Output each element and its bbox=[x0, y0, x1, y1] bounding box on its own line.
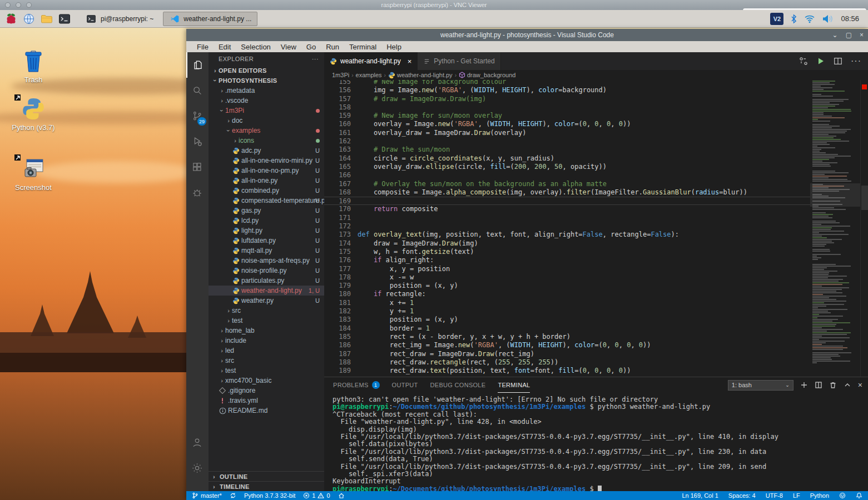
status-sync[interactable] bbox=[230, 492, 236, 499]
settings-icon[interactable] bbox=[186, 456, 209, 481]
code-line[interactable]: 183 position = (x, y) bbox=[324, 316, 810, 324]
desktop-icon-python[interactable]: Python (v3.7) bbox=[7, 96, 60, 132]
code-line[interactable]: 158 bbox=[324, 103, 810, 112]
bluetooth-icon[interactable] bbox=[790, 14, 797, 24]
code-line[interactable]: 182 y += 1 bbox=[324, 307, 810, 316]
code-line[interactable]: 184 border = 1 bbox=[324, 324, 810, 333]
trash-icon[interactable] bbox=[829, 381, 837, 389]
panel-tab-problems[interactable]: PROBLEMS1 bbox=[333, 377, 380, 393]
explorer-more-actions[interactable]: ··· bbox=[312, 56, 319, 62]
code-line[interactable]: 188 rect_draw.rectangle(rect, (255, 255,… bbox=[324, 358, 810, 367]
status-home[interactable] bbox=[338, 492, 345, 499]
code-line[interactable]: 181 x += 1 bbox=[324, 299, 810, 307]
tree-item-weather-and-light.py[interactable]: weather-and-light.py1, U bbox=[209, 286, 324, 296]
code-line[interactable]: 176 if align_right: bbox=[324, 256, 810, 264]
search-icon[interactable] bbox=[186, 78, 209, 103]
code-line[interactable]: 156 img = Image.new('RGBA', (WIDTH, HEIG… bbox=[324, 86, 810, 94]
status-python-interpreter[interactable]: Python 3.7.3 32-bit bbox=[244, 492, 295, 499]
terminal-output[interactable]: python3: can't open file 'weather-and-li… bbox=[324, 393, 868, 493]
code-line[interactable]: 160 overlay = Image.new('RGBA', (WIDTH, … bbox=[324, 120, 810, 128]
breadcrumb-item[interactable]: 1m3Pi bbox=[332, 72, 349, 78]
code-line[interactable]: 189 rect_draw.text(position, text, font=… bbox=[324, 367, 810, 375]
tree-item-led[interactable]: ›led bbox=[209, 346, 324, 356]
status-cursor-position[interactable]: Ln 169, Col 1 bbox=[682, 492, 718, 499]
tree-item-all-in-one.py[interactable]: all-in-one.pyU bbox=[209, 176, 324, 186]
tree-item-luftdaten.py[interactable]: luftdaten.pyU bbox=[209, 236, 324, 246]
tree-item-src[interactable]: ›src bbox=[209, 356, 324, 366]
tab-weather-and-light.py[interactable]: weather-and-light.py× bbox=[324, 52, 418, 70]
more-icon[interactable]: ··· bbox=[851, 56, 861, 66]
account-icon[interactable] bbox=[186, 430, 209, 456]
menu-edit[interactable]: Edit bbox=[214, 43, 236, 51]
code-line[interactable]: 155 # New image for background colour bbox=[324, 80, 810, 86]
menu-run[interactable]: Run bbox=[321, 43, 344, 51]
tree-item-particulates.py[interactable]: particulates.pyU bbox=[209, 276, 324, 286]
menu-selection[interactable]: Selection bbox=[236, 43, 275, 51]
window-maximize-button[interactable]: ▢ bbox=[846, 31, 852, 39]
tree-item-compensated-temperature.py[interactable]: compensated-temperature.pyU bbox=[209, 196, 324, 206]
menu-launcher-icon[interactable] bbox=[3, 12, 19, 26]
menu-go[interactable]: Go bbox=[301, 43, 321, 51]
vnc-tray-icon[interactable]: V2 bbox=[770, 13, 783, 25]
panel-tab-debug-console[interactable]: DEBUG CONSOLE bbox=[430, 377, 486, 393]
split-icon[interactable] bbox=[815, 381, 822, 389]
outline-section[interactable]: › OUTLINE bbox=[209, 471, 324, 481]
code-line[interactable]: 171 bbox=[324, 214, 810, 222]
status-feedback[interactable] bbox=[839, 492, 846, 499]
code-line[interactable]: 187 rect_draw = ImageDraw.Draw(rect_img) bbox=[324, 350, 810, 358]
explorer-icon[interactable] bbox=[186, 52, 209, 78]
breadcrumb-item[interactable]: weather-and-light.py bbox=[388, 72, 453, 79]
code-editor[interactable]: 155 # New image for background colour156… bbox=[324, 80, 868, 377]
tree-item-lcd.py[interactable]: lcd.pyU bbox=[209, 216, 324, 226]
menu-view[interactable]: View bbox=[276, 43, 301, 51]
menu-terminal[interactable]: Terminal bbox=[344, 43, 381, 51]
tree-item-OPEN EDITORS[interactable]: ›OPEN EDITORS bbox=[209, 66, 324, 76]
code-line[interactable]: 172 bbox=[324, 222, 810, 231]
tree-item-all-in-one-no-pm.py[interactable]: all-in-one-no-pm.pyU bbox=[209, 166, 324, 176]
tree-item-mqtt-all.py[interactable]: mqtt-all.pyU bbox=[209, 246, 324, 256]
menu-help[interactable]: Help bbox=[381, 43, 406, 51]
plus-icon[interactable] bbox=[800, 381, 808, 389]
taskbar-task[interactable]: weather-and-light.py ... bbox=[163, 12, 257, 26]
wifi-icon[interactable] bbox=[804, 14, 815, 23]
tree-item-combined.py[interactable]: combined.pyU bbox=[209, 186, 324, 196]
code-line[interactable]: 173def overlay_text(img, position, text,… bbox=[324, 231, 810, 239]
tree-item-noise-amps-at-freqs.py[interactable]: noise-amps-at-freqs.pyU bbox=[209, 256, 324, 266]
code-line[interactable]: 159 # New image for sun/moon overlay bbox=[324, 112, 810, 120]
code-line[interactable]: 185 rect = (x - border, y, x + w, y + h … bbox=[324, 333, 810, 341]
split-editor-icon[interactable] bbox=[833, 56, 843, 66]
run-icon[interactable] bbox=[816, 57, 825, 66]
status-notifications[interactable] bbox=[856, 492, 862, 499]
code-line[interactable]: 177 x, y = position bbox=[324, 265, 810, 273]
run-debug-icon[interactable] bbox=[186, 129, 209, 154]
tree-item-.travis.yml[interactable]: .travis.yml bbox=[209, 396, 324, 406]
tree-item-light.py[interactable]: light.pyU bbox=[209, 226, 324, 236]
code-line[interactable]: 167 # Overlay the sun/moon on the backgr… bbox=[324, 180, 810, 188]
tree-item-adc.py[interactable]: adc.pyU bbox=[209, 146, 324, 156]
desktop-icon-screenshot[interactable]: Screenshot bbox=[7, 156, 60, 192]
status-language-mode[interactable]: Python bbox=[810, 492, 829, 499]
extensions-icon[interactable] bbox=[186, 154, 209, 180]
source-control-icon[interactable]: 29 bbox=[186, 103, 209, 129]
code-line[interactable]: 178 x -= w bbox=[324, 273, 810, 282]
code-line[interactable]: 170 return composite bbox=[324, 205, 810, 213]
tree-item-home_lab[interactable]: ›home_lab bbox=[209, 326, 324, 336]
code-line[interactable]: 163 # Draw the sun/moon bbox=[324, 146, 810, 154]
minimap-slider[interactable] bbox=[810, 183, 860, 207]
tree-item-.vscode[interactable]: ›.vscode bbox=[209, 96, 324, 106]
tree-item-src[interactable]: ›src bbox=[209, 306, 324, 316]
code-line[interactable]: 169 bbox=[324, 197, 810, 205]
test-icon[interactable] bbox=[186, 180, 209, 206]
chevron-up-icon[interactable] bbox=[844, 381, 851, 389]
web-browser-launcher-icon[interactable] bbox=[21, 12, 37, 26]
tree-item-icons[interactable]: ›icons bbox=[209, 136, 324, 146]
code-line[interactable]: 175 w, h = font.getsize(text) bbox=[324, 248, 810, 256]
tree-item-.metadata[interactable]: ›.metadata bbox=[209, 86, 324, 96]
tree-item-gas.py[interactable]: gas.pyU bbox=[209, 206, 324, 216]
code-line[interactable]: 161 overlay_draw = ImageDraw.Draw(overla… bbox=[324, 129, 810, 137]
terminal-launcher-icon[interactable] bbox=[57, 12, 72, 26]
breadcrumb-item[interactable]: examples bbox=[356, 72, 382, 78]
tree-item-xmc4700_basic[interactable]: ›xmc4700_basic bbox=[209, 376, 324, 386]
desktop-icon-trash[interactable]: Trash bbox=[7, 48, 60, 84]
status-git-branch[interactable]: master* bbox=[192, 492, 222, 499]
